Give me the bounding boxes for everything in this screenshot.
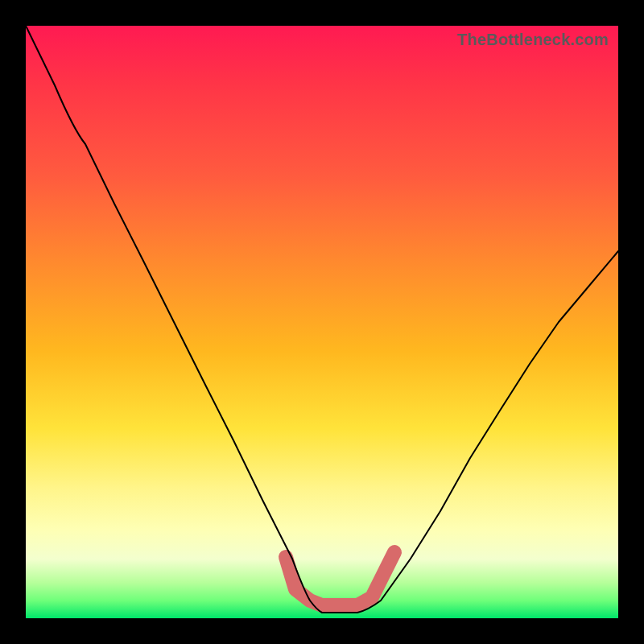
highlight-minimum-stroke (286, 552, 394, 605)
curve-svg (26, 26, 618, 618)
chart-frame: TheBottleneck.com (0, 0, 644, 644)
bottleneck-curve-line (26, 26, 618, 613)
plot-area: TheBottleneck.com (26, 26, 618, 618)
